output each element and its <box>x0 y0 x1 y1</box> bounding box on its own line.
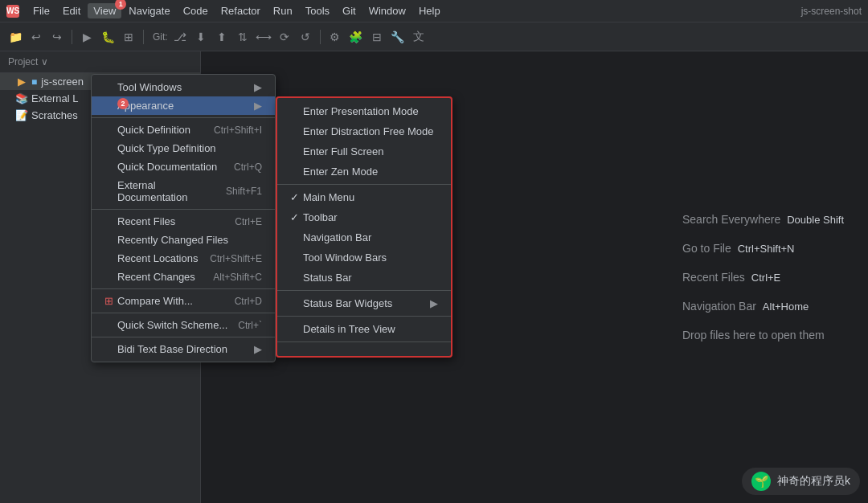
submenu-status-bar-widgets[interactable]: Status Bar Widgets ▶ <box>277 293 451 313</box>
dropdown-quick-definition[interactable]: Quick Definition Ctrl+Shift+I <box>92 121 275 139</box>
toolbar-translate-icon[interactable]: 文 <box>410 28 428 46</box>
submenu-status-bar[interactable]: Status Bar <box>277 268 451 288</box>
menu-view[interactable]: View 1 <box>88 3 121 18</box>
submenu-presentation-mode[interactable]: Enter Presentation Mode <box>277 101 451 121</box>
dropdown-quick-switch[interactable]: Quick Switch Scheme... Ctrl+` <box>92 316 275 334</box>
menu-edit[interactable]: Edit <box>57 3 86 18</box>
toolbar-plugins-icon[interactable]: 🧩 <box>347 28 365 46</box>
toolbar: 📁 ↩ ↪ ▶ 🐛 ⊞ Git: ⎇ ⬇ ⬆ ⇅ ⟷ ⟳ ↺ ⚙ 🧩 ⊟ 🔧 文 <box>0 22 868 51</box>
bidi-arrow: ▶ <box>254 343 262 355</box>
menu-navigate[interactable]: Navigate <box>123 3 175 18</box>
dropdown-recent-files[interactable]: Recent Files Ctrl+E <box>92 212 275 231</box>
quick-switch-shortcut: Ctrl+` <box>238 320 262 331</box>
submenu-distraction-free[interactable]: Enter Distraction Free Mode <box>277 121 451 141</box>
distraction-free-label: Enter Distraction Free Mode <box>303 125 434 137</box>
toolbar-undo-icon[interactable]: ↩ <box>27 28 45 46</box>
menu-refactor[interactable]: Refactor <box>215 3 266 18</box>
library-icon: 📚 <box>16 93 27 104</box>
quick-doc-shortcut: Ctrl+Q <box>234 162 262 173</box>
submenu-main-menu[interactable]: ✓ Main Menu <box>277 187 451 207</box>
toolbar-coverage-icon[interactable]: ⊞ <box>120 28 137 46</box>
submenu-members-nav[interactable] <box>277 345 451 353</box>
toolbar-git-branch-icon[interactable]: ⎇ <box>171 28 189 46</box>
menu-run[interactable]: Run <box>268 3 298 18</box>
toolbar-layout-icon[interactable]: ⊟ <box>368 28 386 46</box>
menu-bar: File Edit View 1 Navigate Code Refactor … <box>27 3 446 18</box>
quick-doc-label: Quick Documentation <box>117 161 217 173</box>
toolbar-git-fetch-icon[interactable]: ⬇ <box>192 28 210 46</box>
tool-windows-label: Tool Windows <box>117 81 182 93</box>
submenu-navigation-bar[interactable]: Navigation Bar <box>277 227 451 247</box>
check-toolbar: ✓ <box>290 211 303 223</box>
hint-list: Search Everywhere Double Shift Go to Fil… <box>682 213 844 341</box>
submenu-toolbar[interactable]: ✓ Toolbar <box>277 207 451 227</box>
tool-window-bars-label: Tool Window Bars <box>303 251 387 264</box>
appearance-badge: 2 <box>117 98 129 109</box>
menu-git[interactable]: Git <box>337 3 362 18</box>
dropdown-quick-documentation[interactable]: Quick Documentation Ctrl+Q <box>92 157 275 176</box>
menu-help[interactable]: Help <box>413 3 446 18</box>
toolbar-open-icon[interactable]: 📁 <box>6 28 24 46</box>
submenu-full-screen[interactable]: Enter Full Screen <box>277 141 451 162</box>
menu-code[interactable]: Code <box>178 3 214 18</box>
toolbar-history-icon[interactable]: ⟳ <box>276 28 293 46</box>
dropdown-recently-changed[interactable]: Recently Changed Files <box>92 231 275 249</box>
sidebar-title: Project ∨ <box>8 56 48 67</box>
recent-locations-label: Recent Locations <box>117 252 198 264</box>
app-logo: WS <box>6 5 19 18</box>
hint-action-4: Navigation Bar <box>682 300 756 313</box>
view-dropdown: Tool Windows ▶ Appearance 2 ▶ Quick Defi… <box>91 74 276 362</box>
toolbar-debug-icon[interactable]: 🐛 <box>99 28 117 46</box>
sep-3 <box>92 288 275 289</box>
toolbar-settings-icon[interactable]: ⚙ <box>326 28 344 46</box>
sidebar-header: Project ∨ <box>0 51 200 73</box>
dropdown-tool-windows[interactable]: Tool Windows ▶ <box>92 78 275 96</box>
check-main-menu: ✓ <box>290 191 303 203</box>
toolbar-puzzle-icon[interactable]: 🔧 <box>389 28 407 46</box>
sep-5 <box>92 337 275 337</box>
recently-changed-label: Recently Changed Files <box>117 234 228 246</box>
dropdown-compare-with[interactable]: ⊞ Compare With... Ctrl+D <box>92 292 275 310</box>
watermark: 🌱 神奇的程序员k <box>742 468 860 495</box>
toolbar-git-label: Git: <box>153 31 168 43</box>
external-doc-label: External Documentation <box>117 179 226 203</box>
quick-type-def-label: Quick Type Definition <box>117 142 216 154</box>
watermark-text: 神奇的程序员k <box>777 474 850 489</box>
hint-key-4: Alt+Home <box>763 301 809 313</box>
main-layout: Project ∨ ▶ ■ js-screen 📚 External L 📝 S… <box>0 51 868 503</box>
hint-key-1: Double Shift <box>787 214 844 226</box>
toolbar-sep-1 <box>72 30 72 44</box>
toolbar-sep-2 <box>143 30 144 44</box>
submenu-details-tree[interactable]: Details in Tree View <box>277 319 451 339</box>
recent-changes-label: Recent Changes <box>117 271 195 283</box>
project-title: js-screen-shot <box>801 6 862 17</box>
hint-action-3: Recent Files <box>682 271 745 284</box>
menu-file[interactable]: File <box>27 3 55 18</box>
toolbar-rollback-icon[interactable]: ↺ <box>297 28 314 46</box>
toolbar-git-push-icon[interactable]: ⇅ <box>234 28 252 46</box>
dropdown-recent-locations[interactable]: Recent Locations Ctrl+Shift+E <box>92 249 275 268</box>
toolbar-redo-icon[interactable]: ↪ <box>48 28 66 46</box>
dropdown-recent-changes[interactable]: Recent Changes Alt+Shift+C <box>92 268 275 286</box>
hint-recent-files: Recent Files Ctrl+E <box>682 271 844 284</box>
submenu-zen-mode[interactable]: Enter Zen Mode <box>277 162 451 182</box>
menu-window[interactable]: Window <box>363 3 411 18</box>
dropdown-quick-type-definition[interactable]: Quick Type Definition <box>92 139 275 157</box>
sep-4 <box>92 313 275 313</box>
hint-key-3: Ctrl+E <box>751 272 780 284</box>
dropdown-external-documentation[interactable]: External Documentation Shift+F1 <box>92 176 275 207</box>
toolbar-run-icon[interactable]: ▶ <box>78 28 96 46</box>
title-bar: WS File Edit View 1 Navigate Code Refact… <box>0 0 868 22</box>
menu-tools[interactable]: Tools <box>300 3 335 18</box>
zen-mode-label: Enter Zen Mode <box>303 166 378 178</box>
toolbar-sep-3 <box>320 30 321 44</box>
status-bar-label: Status Bar <box>303 272 352 284</box>
hint-action-2: Go to File <box>682 242 731 255</box>
folder-icon: ▶ <box>16 76 27 88</box>
dropdown-bidi[interactable]: Bidi Text Base Direction ▶ <box>92 340 275 358</box>
status-bar-widgets-label: Status Bar Widgets <box>303 297 392 309</box>
dropdown-appearance[interactable]: Appearance 2 ▶ <box>92 96 275 115</box>
toolbar-git-merge-icon[interactable]: ⟷ <box>255 28 272 46</box>
toolbar-git-pull-icon[interactable]: ⬆ <box>213 28 231 46</box>
submenu-tool-window-bars[interactable]: Tool Window Bars <box>277 247 451 268</box>
